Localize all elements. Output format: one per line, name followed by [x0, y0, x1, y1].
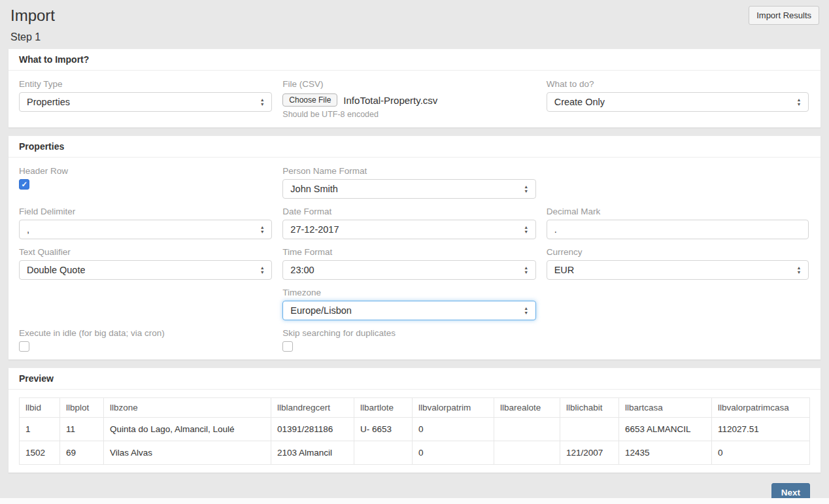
select-arrows-icon: [523, 307, 530, 315]
timezone-select[interactable]: Europe/Lisbon: [282, 301, 535, 320]
panel-preview: Preview llbid llbplot llbzone llblandreg…: [8, 368, 821, 473]
table-cell: 121/2007: [560, 441, 619, 465]
page-title: Import: [10, 6, 55, 25]
step-label: Step 1: [10, 31, 819, 43]
column-header: llbid: [20, 398, 60, 418]
what-to-do-value: Create Only: [554, 97, 605, 107]
person-name-format-select[interactable]: John Smith: [282, 179, 535, 199]
top-bar: Import Import Results: [8, 0, 821, 25]
timezone-value: Europe/Lisbon: [290, 305, 352, 316]
header-row-label: Header Row: [19, 165, 272, 176]
table-cell: 12435: [619, 441, 712, 465]
table-cell: Quinta do Lago, Almancil, Loulé: [104, 418, 271, 441]
table-cell: [560, 418, 619, 441]
currency-label: Currency: [547, 246, 809, 258]
column-header: llbartlote: [354, 398, 413, 418]
table-cell: 1502: [20, 441, 60, 465]
time-format-value: 23:00: [290, 265, 314, 275]
file-help-text: Should be UTF-8 encoded: [282, 110, 535, 120]
select-arrows-icon: [796, 266, 802, 275]
skip-duplicates-checkbox[interactable]: [282, 341, 293, 352]
field-delimiter-label: Field Delimiter: [19, 206, 272, 217]
execute-idle-label: Execute in idle (for big data; via cron): [19, 328, 272, 339]
table-cell: 69: [60, 441, 104, 465]
column-header: llblichabit: [560, 398, 619, 418]
table-cell: 112027.51: [712, 418, 810, 441]
preview-table: llbid llbplot llbzone llblandregcert llb…: [19, 397, 810, 465]
select-arrows-icon: [796, 98, 802, 107]
table-cell: 1: [20, 418, 60, 441]
date-format-select[interactable]: 27-12-2017: [282, 220, 535, 239]
what-to-do-label: What to do?: [547, 78, 809, 90]
select-arrows-icon: [259, 98, 265, 107]
time-format-label: Time Format: [282, 246, 535, 258]
entity-type-select[interactable]: Properties: [19, 92, 272, 112]
field-delimiter-select[interactable]: ,: [19, 220, 272, 239]
column-header: llbartcasa: [619, 398, 712, 418]
table-cell: U- 6653: [354, 418, 413, 441]
text-qualifier-value: Double Quote: [27, 265, 85, 275]
panel-what-to-import: What to Import? Entity Type Properties F…: [8, 49, 821, 127]
column-header: llbvalorpatrimcasa: [712, 398, 810, 418]
column-header: llbplot: [60, 398, 104, 418]
table-cell: 0: [413, 418, 494, 441]
footer-strip: [0, 498, 829, 504]
table-cell: 0: [712, 441, 810, 465]
what-to-do-select[interactable]: Create Only: [547, 92, 809, 112]
import-results-button[interactable]: Import Results: [749, 6, 819, 25]
panel-what-to-import-title: What to Import?: [8, 49, 821, 71]
entity-type-value: Properties: [27, 97, 70, 107]
select-arrows-icon: [523, 266, 530, 275]
select-arrows-icon: [259, 266, 265, 275]
choose-file-button[interactable]: Choose File: [282, 93, 337, 107]
date-format-label: Date Format: [282, 206, 535, 217]
panel-preview-title: Preview: [8, 368, 821, 390]
table-cell: 0: [413, 441, 494, 465]
person-name-format-value: John Smith: [290, 184, 338, 194]
preview-header-row: llbid llbplot llbzone llblandregcert llb…: [20, 398, 810, 418]
decimal-mark-label: Decimal Mark: [547, 206, 809, 217]
date-format-value: 27-12-2017: [290, 224, 339, 235]
currency-value: EUR: [554, 265, 575, 275]
table-row: 1 11 Quinta do Lago, Almancil, Loulé 013…: [20, 418, 810, 441]
text-qualifier-select[interactable]: Double Quote: [19, 260, 272, 280]
column-header: llbvalorpatrim: [413, 398, 494, 418]
table-cell: Vilas Alvas: [104, 441, 271, 465]
table-cell: 6653 ALMANCIL: [619, 418, 712, 441]
entity-type-label: Entity Type: [19, 78, 272, 90]
file-name: InfoTotal-Property.csv: [343, 95, 437, 106]
table-cell: [354, 441, 413, 465]
table-row: 1502 69 Vilas Alvas 2103 Almancil 0 121/…: [20, 441, 810, 465]
select-arrows-icon: [523, 226, 530, 234]
table-cell: [494, 418, 560, 441]
panel-properties: Properties Header Row Person Name Format…: [8, 136, 821, 360]
file-csv-label: File (CSV): [282, 78, 535, 90]
column-header: llbarealote: [494, 398, 560, 418]
select-arrows-icon: [523, 185, 530, 193]
decimal-mark-input[interactable]: [547, 220, 809, 239]
field-delimiter-value: ,: [27, 224, 29, 235]
person-name-format-label: Person Name Format: [282, 165, 535, 176]
table-cell: [494, 441, 560, 465]
header-row-checkbox[interactable]: [19, 179, 29, 190]
table-cell: 2103 Almancil: [271, 441, 354, 465]
panel-properties-title: Properties: [8, 136, 821, 158]
timezone-label: Timezone: [282, 287, 535, 298]
column-header: llblandregcert: [271, 398, 354, 418]
select-arrows-icon: [259, 226, 265, 234]
execute-idle-checkbox[interactable]: [19, 341, 29, 352]
column-header: llbzone: [104, 398, 271, 418]
table-cell: 01391/281186: [271, 418, 354, 441]
text-qualifier-label: Text Qualifier: [19, 246, 272, 258]
time-format-select[interactable]: 23:00: [282, 260, 535, 280]
currency-select[interactable]: EUR: [547, 260, 809, 280]
skip-duplicates-label: Skip searching for duplicates: [282, 328, 535, 339]
table-cell: 11: [60, 418, 104, 441]
